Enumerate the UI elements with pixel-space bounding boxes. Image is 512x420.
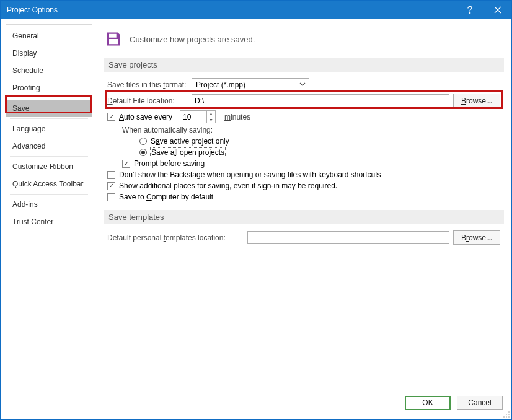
save-active-radio[interactable]: Save active project only [139,137,229,146]
sidebar-separator [10,194,88,195]
page-subtitle: Customize how projects are saved. [130,35,255,44]
save-templates-form: Default personal templates location: Bro… [104,230,504,245]
page-header: Customize how projects are saved. [105,30,504,48]
checkbox-box [122,160,130,168]
dialog-body: General Display Schedule Proofing Save L… [1,19,511,392]
autosave-minutes-value: 10 [180,113,206,121]
sidebar-item-trust-center[interactable]: Trust Center [6,213,92,230]
svg-point-4 [508,414,510,415]
sidebar-item-general[interactable]: General [6,27,92,45]
minutes-label: minutes [224,113,250,121]
additional-places-checkbox[interactable]: Show additional places for saving, even … [107,182,337,190]
main-pane: Customize how projects are saved. Save p… [92,24,506,392]
format-label: Save files in this format: [107,81,188,89]
section-save-templates: Save templates [104,210,504,224]
sidebar-item-save[interactable]: Save [6,100,92,117]
svg-rect-1 [113,35,115,37]
sidebar-item-label: Schedule [12,66,43,75]
sidebar-item-language[interactable]: Language [6,120,92,138]
chevron-down-icon [299,81,306,88]
checkbox-box [107,171,115,179]
browse-templates-button[interactable]: Browse... [453,230,500,245]
save-all-radio[interactable]: Save all open projects [139,148,225,157]
sidebar-item-label: Advanced [12,142,45,151]
sidebar-item-proofing[interactable]: Proofing [6,79,92,97]
radio-circle [139,149,147,156]
resize-grip-icon[interactable] [503,411,510,418]
close-button[interactable] [483,1,511,19]
section-save-projects: Save projects [104,58,504,72]
dialog-footer: OK Cancel [1,392,511,419]
default-location-value: D:\ [195,97,204,105]
when-saving-label: When automatically saving: [122,126,213,134]
default-location-input[interactable]: D:\ [192,94,449,107]
spinner-arrows[interactable]: ▲▼ [206,111,215,123]
sidebar-separator [10,118,88,119]
templates-location-input[interactable] [247,231,449,244]
sidebar-item-schedule[interactable]: Schedule [6,62,92,79]
autosave-checkbox[interactable]: Auto save every [107,113,172,121]
backstage-checkbox[interactable]: Don't show the Backstage when opening or… [107,170,381,179]
sidebar-item-addins[interactable]: Add-ins [6,196,92,213]
sidebar-separator [10,156,88,157]
templates-location-label: Default personal templates location: [107,234,244,242]
cancel-button[interactable]: Cancel [457,396,503,410]
save-icon [105,30,122,48]
browse-button[interactable]: Browse... [453,94,500,108]
window-title: Project Options [7,6,456,14]
format-select-value: Project (*.mpp) [196,81,245,89]
format-select[interactable]: Project (*.mpp) [192,78,309,91]
checkbox-box [107,113,115,121]
sidebar-item-customize-ribbon[interactable]: Customize Ribbon [6,158,92,175]
prompt-checkbox[interactable]: Prompt before saving [122,159,205,168]
ok-button[interactable]: OK [405,396,451,410]
titlebar: Project Options [1,1,511,19]
sidebar: General Display Schedule Proofing Save L… [6,24,92,392]
radio-circle [139,138,147,145]
checkbox-box [107,182,115,190]
sidebar-item-label: Save [12,104,29,113]
svg-point-6 [506,416,507,418]
svg-point-3 [506,414,507,415]
sidebar-item-label: Add-ins [12,200,38,209]
svg-point-5 [503,416,505,418]
sidebar-item-advanced[interactable]: Advanced [6,138,92,155]
sidebar-item-quick-access[interactable]: Quick Access Toolbar [6,175,92,193]
save-computer-checkbox[interactable]: Save to Computer by default [107,193,213,201]
sidebar-item-label: Proofing [12,84,40,92]
svg-point-0 [469,12,470,14]
checkbox-box [107,193,115,201]
sidebar-item-label: Language [12,125,45,133]
sidebar-item-label: General [12,32,39,40]
sidebar-item-label: Customize Ribbon [12,162,73,171]
svg-point-7 [508,416,510,418]
dialog-window: Project Options General Display Schedule… [0,0,512,420]
sidebar-item-label: Trust Center [12,217,53,226]
save-projects-form: Save files in this format: Project (*.mp… [104,78,504,201]
sidebar-separator [10,98,88,98]
help-button[interactable] [456,1,483,19]
sidebar-item-label: Quick Access Toolbar [12,180,84,188]
autosave-minutes-spinner[interactable]: 10 ▲▼ [180,110,216,123]
sidebar-item-label: Display [12,49,37,58]
svg-point-2 [508,411,510,413]
default-location-label: Default File location: [107,97,188,105]
sidebar-item-display[interactable]: Display [6,45,92,62]
